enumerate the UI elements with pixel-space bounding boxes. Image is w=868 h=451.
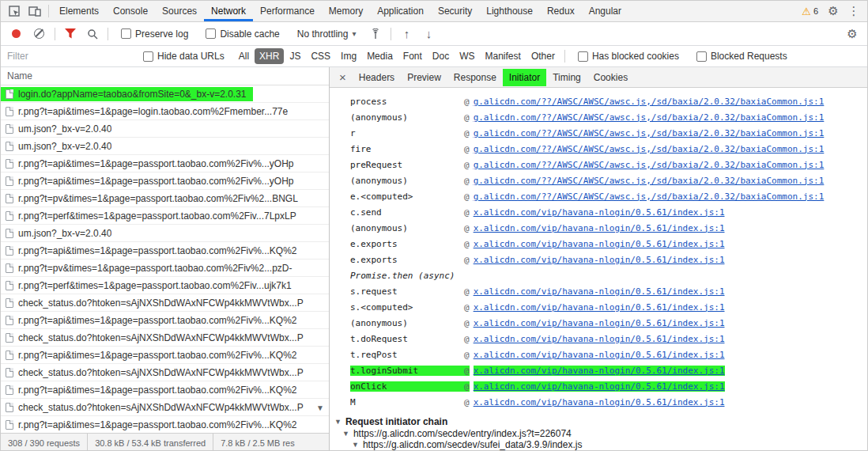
filter-type-ws[interactable]: WS <box>455 48 479 64</box>
filter-type-font[interactable]: Font <box>398 48 427 64</box>
frame-source-link[interactable]: x.alicdn.com/vip/havana-nlogin/0.5.61/in… <box>474 334 725 344</box>
preserve-log-checkbox-input[interactable] <box>121 28 131 39</box>
disable-cache-checkbox-input[interactable] <box>206 28 216 39</box>
filter-type-manifest[interactable]: Manifest <box>481 48 526 64</box>
frame-source-link[interactable]: g.alicdn.com/??/AWSC/AWSC/awsc.js,/sd/ba… <box>474 160 825 170</box>
filter-type-doc[interactable]: Doc <box>428 48 454 64</box>
request-row[interactable]: um.json?_bx-v=2.0.40 <box>1 225 329 242</box>
tab-redux[interactable]: Redux <box>540 1 582 21</box>
frame-source-link[interactable]: x.alicdn.com/vip/havana-nlogin/0.5.61/in… <box>474 255 725 265</box>
initiator-chain-item[interactable]: ▼https://g.alicdn.com/secdev/entry/index… <box>334 428 867 439</box>
hide-data-urls-checkbox-input[interactable] <box>143 51 153 62</box>
frame-source-link[interactable]: g.alicdn.com/??/AWSC/AWSC/awsc.js,/sd/ba… <box>474 97 825 107</box>
search-icon[interactable] <box>82 25 103 44</box>
tab-headers[interactable]: Headers <box>353 69 401 86</box>
frame-source-link[interactable]: g.alicdn.com/??/AWSC/AWSC/awsc.js,/sd/ba… <box>474 191 825 202</box>
device-toolbar-icon[interactable] <box>25 2 45 21</box>
name-column-header[interactable]: Name <box>1 67 329 85</box>
tab-console[interactable]: Console <box>106 1 155 21</box>
frame-source-link[interactable]: g.alicdn.com/??/AWSC/AWSC/awsc.js,/sd/ba… <box>474 112 825 123</box>
request-row[interactable]: r.png?t=api&times=1&page=passport.taobao… <box>1 416 329 433</box>
frame-source-link[interactable]: g.alicdn.com/??/AWSC/AWSC/awsc.js,/sd/ba… <box>474 144 825 154</box>
request-row[interactable]: r.png?t=perf&times=1&page=passport.taoba… <box>1 277 329 294</box>
filter-funnel-icon[interactable] <box>60 25 81 44</box>
frame-source-link[interactable]: x.alicdn.com/vip/havana-nlogin/0.5.61/in… <box>474 239 725 249</box>
frame-source-link[interactable]: x.alicdn.com/vip/havana-nlogin/0.5.61/in… <box>474 381 725 392</box>
filter-input[interactable] <box>7 49 134 64</box>
request-row[interactable]: r.png?t=api&times=1&page=passport.taobao… <box>1 172 329 190</box>
tab-performance[interactable]: Performance <box>253 1 322 21</box>
filter-type-js[interactable]: JS <box>285 48 305 64</box>
tab-sources[interactable]: Sources <box>155 1 204 21</box>
filter-type-other[interactable]: Other <box>526 48 560 64</box>
frame-source-link[interactable]: x.alicdn.com/vip/havana-nlogin/0.5.61/in… <box>474 286 725 297</box>
frame-source-link[interactable]: g.alicdn.com/??/AWSC/AWSC/awsc.js,/sd/ba… <box>474 128 825 138</box>
request-row[interactable]: um.json?_bx-v=2.0.40 <box>1 120 329 138</box>
blocked-requests-checkbox[interactable]: Blocked Requests <box>696 51 787 62</box>
scroll-down-icon[interactable]: ▼ <box>316 404 324 412</box>
initiator-chain-title[interactable]: ▼ Request initiator chain <box>334 415 867 428</box>
request-row[interactable]: check_status.do?htoken=sAjNXShDdWAxNFCWp… <box>1 329 329 347</box>
frame-source-link[interactable]: x.alicdn.com/vip/havana-nlogin/0.5.61/in… <box>474 223 725 233</box>
tab-memory[interactable]: Memory <box>322 1 370 21</box>
filter-type-img[interactable]: Img <box>336 48 361 64</box>
inspect-element-icon[interactable] <box>4 2 25 21</box>
tab-preview[interactable]: Preview <box>401 69 447 86</box>
initiator-chain-item[interactable]: ▼https://g.alicdn.com/secdev/sufei_data/… <box>334 439 867 450</box>
request-row-content: um.json?_bx-v=2.0.40 <box>1 122 118 136</box>
tab-cookies[interactable]: Cookies <box>587 69 634 86</box>
document-icon <box>6 142 13 151</box>
network-conditions-icon[interactable] <box>365 25 386 44</box>
network-settings-gear-icon[interactable]: ⚙ <box>842 25 862 44</box>
frame-source-link[interactable]: x.alicdn.com/vip/havana-nlogin/0.5.61/in… <box>474 302 725 313</box>
request-row[interactable]: check_status.do?htoken=sAjNXShDdWAxNFCWp… <box>1 399 329 416</box>
tab-application[interactable]: Application <box>370 1 431 21</box>
frame-source-link[interactable]: g.alicdn.com/??/AWSC/AWSC/awsc.js,/sd/ba… <box>474 176 825 186</box>
request-row[interactable]: r.png?t=api&times=1&page=passport.taobao… <box>1 242 329 260</box>
tab-response[interactable]: Response <box>447 69 503 86</box>
frame-source-link[interactable]: x.alicdn.com/vip/havana-nlogin/0.5.61/in… <box>474 366 725 376</box>
tab-lighthouse[interactable]: Lighthouse <box>479 1 540 21</box>
request-row[interactable]: r.png?t=api&times=1&page=passport.taobao… <box>1 381 329 399</box>
kebab-menu-icon[interactable]: ⋮ <box>843 2 864 21</box>
frame-source-link[interactable]: x.alicdn.com/vip/havana-nlogin/0.5.61/in… <box>474 397 725 407</box>
request-row[interactable]: r.png?t=pv&times=1&page=passport.taobao.… <box>1 190 329 207</box>
import-har-icon[interactable]: ↓ <box>418 25 439 44</box>
tab-initiator[interactable]: Initiator <box>503 69 546 86</box>
request-row[interactable]: r.png?t=pv&times=1&page=passport.taobao.… <box>1 260 329 277</box>
filter-type-all[interactable]: All <box>234 48 254 64</box>
tab-timing[interactable]: Timing <box>546 69 587 86</box>
filter-type-xhr[interactable]: XHR <box>255 48 284 64</box>
request-row[interactable]: check_status.do?htoken=sAjNXShDdWAxNFCWp… <box>1 294 329 312</box>
tab-angular[interactable]: Angular <box>582 1 628 21</box>
frame-source-link[interactable]: x.alicdn.com/vip/havana-nlogin/0.5.61/in… <box>474 207 725 218</box>
record-button[interactable] <box>12 29 21 38</box>
settings-gear-icon[interactable]: ⚙ <box>823 2 843 21</box>
has-blocked-cookies-checkbox-input[interactable] <box>578 51 588 62</box>
tab-security[interactable]: Security <box>431 1 479 21</box>
request-row[interactable]: r.png?t=api&times=1&page=login.taobao.co… <box>1 103 329 120</box>
request-row[interactable]: login.do?appName=taobao&fromSite=0&_bx-v… <box>1 85 329 103</box>
frame-source-link[interactable]: x.alicdn.com/vip/havana-nlogin/0.5.61/in… <box>474 350 725 360</box>
has-blocked-cookies-checkbox[interactable]: Has blocked cookies <box>578 51 679 62</box>
export-har-icon[interactable]: ↑ <box>396 25 417 44</box>
blocked-requests-checkbox-input[interactable] <box>696 51 707 62</box>
request-row[interactable]: r.png?t=api&times=1&page=passport.taobao… <box>1 347 329 364</box>
request-row[interactable]: um.json?_bx-v=2.0.40 <box>1 138 329 155</box>
disable-cache-checkbox[interactable]: Disable cache <box>206 28 279 40</box>
clear-icon[interactable] <box>34 28 44 39</box>
filter-type-css[interactable]: CSS <box>306 48 335 64</box>
hide-data-urls-checkbox[interactable]: Hide data URLs <box>143 51 225 62</box>
tab-network[interactable]: Network <box>204 1 253 21</box>
request-row[interactable]: r.png?t=perf&times=1&page=passport.taoba… <box>1 207 329 225</box>
warning-badge[interactable]: ⚠ 6 <box>802 6 818 17</box>
request-row[interactable]: check_status.do?htoken=sAjNXShDdWAxNFCWp… <box>1 364 329 381</box>
tab-elements[interactable]: Elements <box>52 1 106 21</box>
request-row[interactable]: r.png?t=api&times=1&page=passport.taobao… <box>1 312 329 329</box>
request-row[interactable]: r.png?t=api&times=1&page=passport.taobao… <box>1 155 329 172</box>
close-icon[interactable]: × <box>333 70 353 84</box>
filter-type-media[interactable]: Media <box>362 48 398 64</box>
frame-source-link[interactable]: x.alicdn.com/vip/havana-nlogin/0.5.61/in… <box>474 318 725 328</box>
preserve-log-checkbox[interactable]: Preserve log <box>121 28 188 40</box>
throttling-dropdown[interactable]: No throttling ▾ <box>297 28 357 40</box>
